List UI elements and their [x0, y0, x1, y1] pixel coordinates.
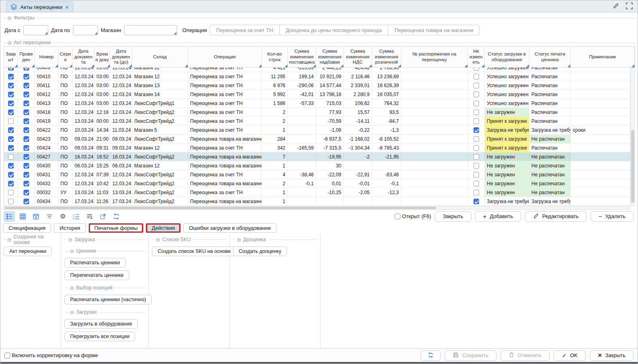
column-header-note[interactable]: Примечание — [571, 47, 635, 67]
vertical-scrollbar[interactable] — [630, 68, 635, 206]
table-row-00423[interactable]: 00423ПО09.03.2421:0009.03.24ЛюксСофтТрей… — [4, 135, 630, 143]
detail-tab-ошибки-загрузки-в-оборудование[interactable]: Ошибки загрузки в оборудование — [183, 223, 276, 233]
table-row-00424[interactable]: 00424ПО09.03.2409:3109.03.24Магазин 12Пе… — [4, 143, 630, 152]
no_change-checkbox[interactable] — [473, 127, 479, 133]
numbered-list-icon[interactable]: 123 — [71, 211, 82, 222]
closed-checkbox[interactable] — [8, 68, 14, 71]
posted-checkbox[interactable] — [24, 190, 29, 195]
fullscreen-icon[interactable] — [626, 2, 633, 9]
settings-icon[interactable]: ⚙ — [57, 211, 69, 222]
table-row-00419[interactable]: 00419ПО13.03.2400:0012.03.24ЛюксСофтТрей… — [4, 117, 630, 126]
form-correction-toggle[interactable]: Включить корректировку на форме — [4, 352, 98, 358]
posted-checkbox[interactable] — [24, 68, 29, 71]
store-input[interactable] — [124, 25, 177, 35]
open-f6-checkbox[interactable] — [395, 214, 400, 219]
save-button[interactable]: Сохранить — [445, 350, 497, 361]
operation-option-last-arrival[interactable]: Дооценка до цены последнего прихода — [279, 25, 388, 35]
column-header-warehouse[interactable]: Склад — [132, 47, 188, 67]
delete-button[interactable]: −Удалить — [591, 211, 634, 222]
column-header-operation[interactable]: Операция — [188, 47, 262, 67]
posted-checkbox[interactable] — [24, 181, 29, 186]
closed-checkbox[interactable] — [8, 199, 14, 204]
action-button-распечатать-ценники-частично-[interactable]: Распечатать ценники (частично) — [64, 295, 152, 304]
table-row-00410[interactable]: 00410ПО12.03.2403:0012.03.24Магазин 12Пе… — [4, 72, 630, 81]
closed-checkbox[interactable] — [8, 109, 14, 115]
table-row-00422[interactable]: 00422ПО10.03.2414:3411.03.24Магазин 5Пер… — [4, 126, 630, 135]
table-row-00032[interactable]: 00032УУ13.03.2411:0313.03.24ЛюксСофтТрей… — [4, 188, 630, 197]
vertical-scroll-thumb[interactable] — [631, 130, 634, 203]
collapse-icon[interactable]: ⊖ — [7, 40, 12, 45]
column-header-date_to[interactable]: Дата документа (до) — [110, 47, 132, 67]
closed-checkbox[interactable] — [8, 127, 14, 133]
no_change-checkbox[interactable] — [473, 154, 479, 160]
closed-checkbox[interactable] — [8, 172, 14, 178]
posted-checkbox[interactable] — [24, 74, 29, 79]
collapse-icon[interactable]: ⊖ — [70, 285, 74, 291]
collapse-icon[interactable]: ⊖ — [70, 248, 74, 254]
posted-checkbox[interactable] — [24, 127, 29, 133]
column-header-closed[interactable]: Закрыт — [4, 47, 18, 67]
closed-checkbox[interactable] — [8, 154, 14, 160]
table-row-00413[interactable]: 00413ПО12.03.2403:0012.03.24ЛюксСофтТрей… — [4, 99, 630, 108]
detail-tab-печатные-формы[interactable]: Печатные формы — [89, 223, 143, 233]
column-header-order_no[interactable]: № распоряжения на переоценку — [401, 47, 468, 67]
reload-icon[interactable] — [111, 211, 122, 222]
close-act-button[interactable]: Закрыть — [435, 211, 471, 222]
posted-checkbox[interactable] — [24, 92, 29, 97]
collapse-icon[interactable]: ⊖ — [156, 237, 160, 242]
action-button-создать-список-sku-на-основе[interactable]: Создать список SKU на основе — [152, 246, 236, 256]
calendar-icon[interactable] — [30, 211, 42, 222]
no_change-checkbox[interactable] — [473, 163, 479, 169]
posted-checkbox[interactable] — [24, 145, 29, 151]
closed-checkbox[interactable] — [8, 74, 14, 79]
closed-checkbox[interactable] — [8, 181, 14, 186]
tab-revaluation-acts[interactable]: Акты переоценки × — [6, 1, 73, 12]
date-from-input[interactable] — [23, 25, 48, 35]
collapse-icon[interactable]: ⊖ — [7, 237, 12, 242]
operation-option-store[interactable]: Переоценка товара на магазине — [388, 25, 480, 35]
column-header-lines[interactable]: Кол-во строк — [262, 47, 288, 67]
closed-checkbox[interactable] — [8, 145, 14, 151]
column-header-sum_supplier[interactable]: Сумма изменения поставщика — [288, 47, 316, 67]
no_change-checkbox[interactable] — [473, 101, 479, 106]
collapse-icon[interactable]: ⊖ — [70, 310, 74, 315]
detail-tab-история[interactable]: История — [54, 223, 86, 233]
tab-close-icon[interactable]: × — [65, 4, 69, 10]
cancel-button[interactable]: Отменить — [501, 350, 550, 361]
no_change-checkbox[interactable] — [473, 145, 479, 151]
open-window-icon[interactable] — [97, 211, 109, 222]
filter-icon[interactable] — [44, 211, 55, 222]
posted-checkbox[interactable] — [24, 163, 29, 169]
action-button-перепечатать-ценники[interactable]: Перепечатать ценники — [64, 270, 129, 280]
posted-checkbox[interactable] — [24, 199, 29, 204]
closed-checkbox[interactable] — [8, 118, 14, 124]
detail-tab-спецификация[interactable]: Спецификация — [3, 223, 51, 233]
column-header-sum_vat[interactable]: Сумма изменения НДС — [344, 47, 372, 67]
close-window-button[interactable]: ×Закрыть — [590, 350, 634, 361]
no_change-checkbox[interactable] — [473, 118, 479, 124]
column-header-load_status[interactable]: Статус загрузки в оборудование — [485, 47, 529, 67]
column-header-date[interactable]: Дата документа — [73, 47, 94, 67]
closed-checkbox[interactable] — [8, 83, 14, 88]
no_change-checkbox[interactable] — [473, 172, 479, 178]
no_change-checkbox[interactable] — [473, 68, 479, 71]
column-header-series[interactable]: Серия — [58, 47, 73, 67]
action-button-перегрузить-все-позиции[interactable]: Перегрузить все позиции — [64, 332, 135, 341]
column-header-sum_markup[interactable]: Сумма изменения надбавки — [316, 47, 344, 67]
closed-checkbox[interactable] — [8, 101, 14, 106]
date-to-input[interactable] — [73, 25, 98, 35]
operation-option-tn[interactable]: Переоценка за счет ТН — [210, 25, 279, 35]
table-row-00418[interactable]: 00418ПО12.03.2412:1812.03.24ЛюксСофтТрей… — [4, 108, 630, 117]
closed-checkbox[interactable] — [8, 190, 14, 195]
collapse-icon[interactable]: ⊖ — [68, 237, 73, 242]
open-f6-toggle[interactable]: Открыт (F6) — [395, 213, 431, 219]
table-row-00411[interactable]: 00411ПО12.03.2403:0012.03.24Магазин 13Пе… — [4, 81, 630, 90]
no_change-checkbox[interactable] — [473, 181, 479, 186]
edit-button[interactable]: Редактировать — [525, 211, 587, 222]
action-button-создать-дооценку[interactable]: Создать дооценку — [233, 246, 287, 256]
no_change-checkbox[interactable] — [473, 83, 479, 88]
posted-checkbox[interactable] — [24, 172, 29, 178]
edit-pencil-icon[interactable] — [612, 2, 619, 9]
horizontal-scroll-thumb[interactable] — [4, 207, 436, 209]
add-button[interactable]: +Добавить — [475, 211, 521, 222]
